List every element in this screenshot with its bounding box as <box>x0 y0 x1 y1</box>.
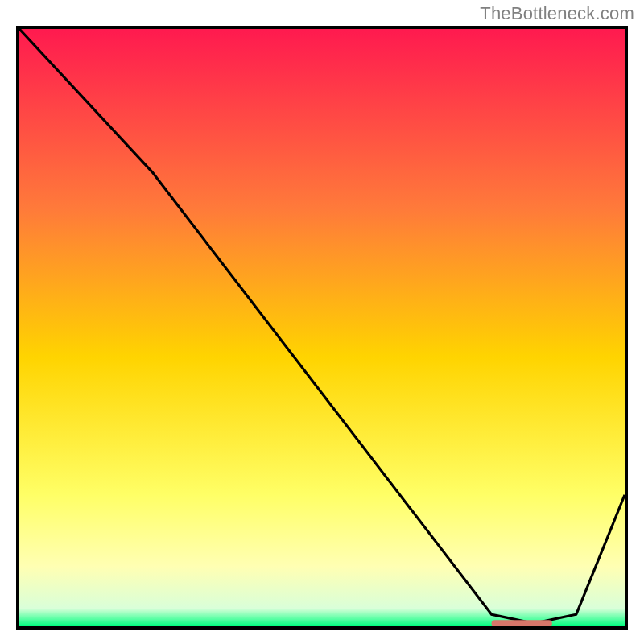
chart-page: TheBottleneck.com <box>0 0 644 644</box>
chart-background <box>19 29 625 626</box>
attribution-label: TheBottleneck.com <box>480 3 634 24</box>
chart-canvas <box>19 29 625 626</box>
chart-frame <box>16 26 628 630</box>
optimal-region-marker <box>492 620 552 626</box>
